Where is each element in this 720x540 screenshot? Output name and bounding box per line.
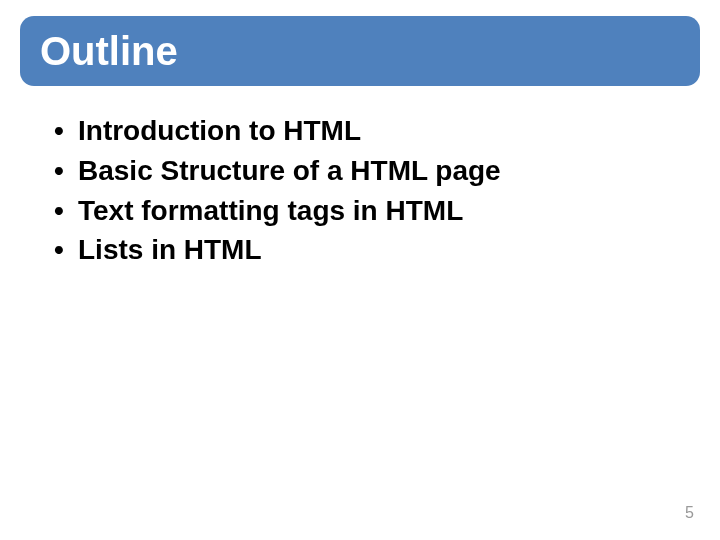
list-item: Introduction to HTML xyxy=(48,112,680,150)
slide-title: Outline xyxy=(40,29,178,74)
page-number: 5 xyxy=(685,504,694,522)
list-item: Text formatting tags in HTML xyxy=(48,192,680,230)
slide-content: Introduction to HTML Basic Structure of … xyxy=(48,112,680,271)
list-item: Basic Structure of a HTML page xyxy=(48,152,680,190)
title-bar: Outline xyxy=(20,16,700,86)
bullet-list: Introduction to HTML Basic Structure of … xyxy=(48,112,680,269)
list-item: Lists in HTML xyxy=(48,231,680,269)
